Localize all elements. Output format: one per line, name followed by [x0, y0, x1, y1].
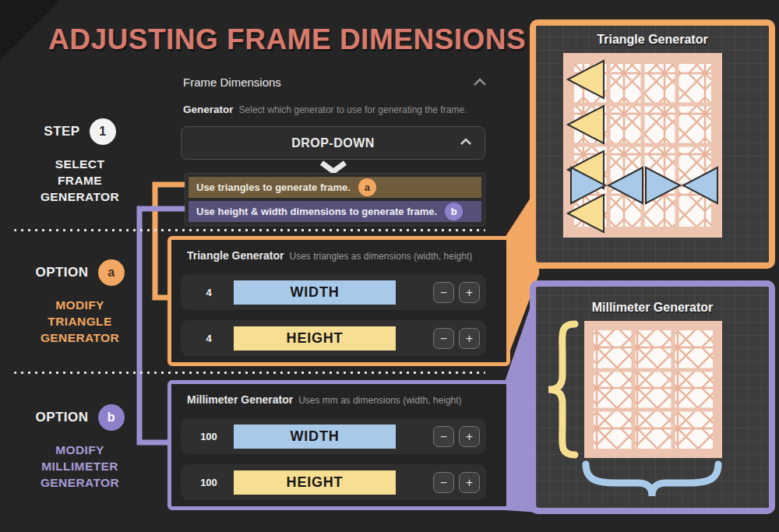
millimeter-preview-grid: Millimeter Generator — [536, 287, 769, 508]
option-b-title: MODIFY MILLIMETER GENERATOR — [0, 442, 160, 491]
option-a-label: OPTION — [35, 265, 88, 280]
option-b-block: OPTION b MODIFY MILLIMETER GENERATOR — [0, 404, 160, 491]
dropdown-selected-value: DROP-DOWN — [291, 136, 375, 150]
height-label-bar: HEIGHT — [234, 470, 396, 495]
millimeter-pattern-image — [536, 287, 769, 508]
triangle-height-plus-button[interactable]: + — [459, 328, 480, 349]
millimeter-width-value[interactable]: 100 — [192, 418, 226, 454]
option-a-inline-badge: a — [358, 178, 376, 196]
triangle-pattern-image — [563, 53, 722, 238]
option-b-badge: b — [98, 404, 125, 431]
millimeter-generator-title: Millimeter Generator — [187, 393, 293, 406]
millimeter-width-row: 100 WIDTH − + — [181, 418, 486, 454]
chevron-up-icon — [460, 138, 472, 146]
option-a-title: MODIFY TRIANGLE GENERATOR — [0, 297, 160, 346]
height-label-bar: HEIGHT — [234, 326, 396, 351]
height-brace — [548, 324, 575, 455]
dropdown-option-dimensions[interactable]: Use height & width dimensions to generat… — [189, 201, 481, 222]
width-label-bar: WIDTH — [234, 425, 396, 449]
generator-hint: Select which generator to use for genera… — [239, 104, 467, 115]
millimeter-height-minus-button[interactable]: − — [433, 472, 454, 493]
width-brace — [586, 464, 718, 496]
millimeter-height-plus-button[interactable]: + — [459, 472, 480, 493]
triangle-preview-panel: Triangle Generator — [530, 19, 775, 269]
millimeter-generator-hint: Uses mm as dimensions (width, height) — [298, 395, 461, 406]
generator-label: Generator — [183, 104, 234, 115]
dropdown-options-list: Use triangles to generate frame. a Use h… — [185, 173, 485, 226]
triangle-generator-hint: Uses triangles as dimensions (width, hei… — [289, 251, 472, 262]
triangle-preview-grid: Triangle Generator — [536, 26, 769, 262]
page-title: ADJUSTING FRAME DIMENSIONS — [48, 23, 526, 56]
triangle-width-minus-button[interactable]: − — [433, 282, 454, 303]
frame-dimensions-title: Frame Dimensions — [183, 76, 281, 89]
option-a-block: OPTION a MODIFY TRIANGLE GENERATOR — [0, 259, 160, 346]
triangle-generator-title: Triangle Generator — [187, 249, 284, 262]
option-a-badge: a — [98, 259, 125, 286]
millimeter-generator-section: Millimeter GeneratorUses mm as dimension… — [167, 380, 510, 510]
width-label-bar: WIDTH — [234, 280, 396, 305]
infographic-canvas: ADJUSTING FRAME DIMENSIONS STEP 1 SELECT… — [0, 0, 779, 532]
generator-dropdown-button[interactable]: DROP-DOWN — [181, 126, 485, 160]
triangle-width-row: 4 WIDTH − + — [181, 274, 486, 310]
frame-dimensions-header: Frame Dimensions — [183, 76, 487, 89]
triangle-generator-head: Triangle GeneratorUses triangles as dime… — [187, 249, 506, 262]
millimeter-generator-head: Millimeter GeneratorUses mm as dimension… — [187, 393, 506, 406]
option-b-label: OPTION — [35, 410, 88, 425]
option-b-text: Use height & width dimensions to generat… — [196, 206, 437, 217]
triangle-width-value[interactable]: 4 — [192, 274, 226, 310]
triangle-height-minus-button[interactable]: − — [433, 328, 454, 349]
separator-dotted-1 — [14, 229, 485, 231]
option-a-text: Use triangles to generate frame. — [196, 181, 351, 193]
generator-setting-row: GeneratorSelect which generator to use f… — [183, 104, 467, 115]
separator-dotted-2 — [14, 372, 485, 374]
millimeter-height-value[interactable]: 100 — [192, 464, 226, 500]
triangle-height-row: 4 HEIGHT − + — [181, 320, 486, 356]
dropdown-option-triangles[interactable]: Use triangles to generate frame. a — [189, 177, 481, 198]
step-1-title: SELECT FRAME GENERATOR — [0, 156, 160, 205]
step-1-badge: 1 — [90, 118, 116, 145]
millimeter-preview-panel: Millimeter Generator — [530, 280, 775, 514]
triangle-width-plus-button[interactable]: + — [459, 282, 480, 303]
step-label: STEP — [44, 124, 79, 139]
option-b-inline-badge: b — [445, 203, 463, 220]
triangle-generator-section: Triangle GeneratorUses triangles as dime… — [167, 236, 510, 366]
triangle-preview-title: Triangle Generator — [536, 33, 769, 47]
millimeter-width-minus-button[interactable]: − — [433, 426, 454, 447]
millimeter-width-plus-button[interactable]: + — [459, 426, 480, 447]
triangle-height-value[interactable]: 4 — [192, 320, 226, 356]
collapse-chevron-up-icon[interactable] — [473, 78, 487, 86]
millimeter-height-row: 100 HEIGHT − + — [181, 464, 486, 500]
step-1-block: STEP 1 SELECT FRAME GENERATOR — [0, 118, 160, 205]
